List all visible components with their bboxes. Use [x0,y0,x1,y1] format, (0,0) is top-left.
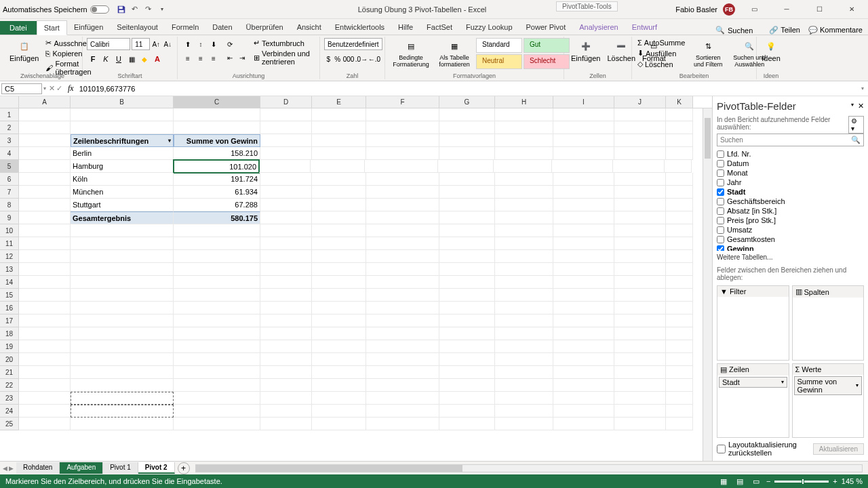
cell-J11[interactable] [614,237,666,250]
field-checkbox[interactable] [717,217,724,224]
font-name-combo[interactable]: Calibri [87,38,130,50]
col-header-E[interactable]: E [312,96,366,108]
cell-G12[interactable] [439,250,495,263]
cell-I2[interactable] [553,121,614,134]
cell-F2[interactable] [366,121,439,134]
row-header-13[interactable]: 13 [0,263,19,276]
expand-formula-bar-icon[interactable]: ▾ [857,85,868,92]
field-checkbox[interactable] [717,150,724,158]
tab-hilfe[interactable]: Hilfe [391,20,420,35]
cell-J22[interactable] [614,379,666,392]
sheet-nav-next-icon[interactable]: ▶ [9,465,14,472]
col-header-I[interactable]: I [553,96,614,108]
cell-J6[interactable] [614,173,666,186]
tab-start[interactable]: Start [37,20,67,35]
field-jahr[interactable]: Jahr [717,178,864,187]
spreadsheet-grid[interactable]: ABCDEFGHIJK 1234567891011121314151617181… [0,96,712,461]
cell-E17[interactable] [312,314,366,327]
dropdown-icon[interactable]: ▾ [781,379,784,385]
col-header-H[interactable]: H [495,96,553,108]
cell-G1[interactable] [439,108,495,121]
field-checkbox[interactable] [717,198,724,205]
cell-J24[interactable] [614,405,666,418]
row-header-14[interactable]: 14 [0,276,19,289]
cell-K23[interactable] [666,392,693,405]
field-gesch-ftsbereich[interactable]: Geschäftsbereich [717,197,864,206]
cell-C18[interactable] [174,327,260,340]
cell-F12[interactable] [366,250,439,263]
cell-J12[interactable] [614,250,666,263]
field-gesamtkosten[interactable]: Gesamtkosten [717,235,864,244]
field-umsatz[interactable]: Umsatz [717,225,864,235]
fx-icon[interactable]: fx [65,83,77,94]
cell-E6[interactable] [312,173,366,186]
row-header-17[interactable]: 17 [0,314,19,327]
zoom-in-icon[interactable]: + [833,477,837,485]
tab-analysieren[interactable]: Analysieren [572,20,625,35]
cell-A12[interactable] [19,250,71,263]
tab-fuzzy lookup[interactable]: Fuzzy Lookup [459,20,519,35]
cell-G22[interactable] [439,379,495,392]
cell-B3[interactable]: Zeilenbeschriftungen▾ [71,134,174,147]
cell-J5[interactable] [613,160,665,173]
cell-A3[interactable] [19,134,71,147]
cell-D20[interactable] [260,353,312,366]
cell-J1[interactable] [614,108,666,121]
defer-layout-checkbox[interactable] [717,445,726,453]
cell-F14[interactable] [366,276,439,289]
cell-D8[interactable] [260,199,312,211]
cell-J20[interactable] [614,353,666,366]
cell-E23[interactable] [312,392,366,405]
row-header-6[interactable]: 6 [0,173,19,186]
cell-D10[interactable] [260,224,312,237]
cell-H11[interactable] [495,237,553,250]
redo-icon[interactable]: ↷ [143,4,154,15]
close-icon[interactable]: ✕ [838,0,865,19]
cell-C19[interactable] [174,340,260,353]
cell-E7[interactable] [312,186,366,199]
tab-formeln[interactable]: Formeln [165,20,205,35]
sheet-tab-pivot-2[interactable]: Pivot 2 [138,462,175,474]
cell-I17[interactable] [553,314,614,327]
cell-F24[interactable] [366,405,439,418]
cell-H16[interactable] [495,302,553,314]
cell-G13[interactable] [439,263,495,276]
cell-F6[interactable] [366,173,439,186]
align-top-icon[interactable]: ⬆ [182,38,194,50]
cell-C25[interactable] [174,418,260,430]
align-bottom-icon[interactable]: ⬇ [208,38,220,50]
orientation-icon[interactable]: ⟳ [224,38,236,50]
cell-J17[interactable] [614,314,666,327]
increase-decimal-icon[interactable]: .0→ [355,53,368,65]
cell-A21[interactable] [19,366,71,379]
cell-B14[interactable] [71,276,174,289]
cell-C16[interactable] [174,302,260,314]
search-label[interactable]: Suchen [728,26,753,35]
cell-D24[interactable] [260,405,312,418]
cell-G25[interactable] [439,418,495,430]
cell-H9[interactable] [495,211,553,224]
name-box[interactable]: C5 [1,83,42,94]
cell-D5[interactable] [259,160,311,173]
pane-options-icon[interactable]: ▾ [851,102,854,110]
cell-J25[interactable] [614,418,666,430]
cell-F3[interactable] [366,134,439,147]
cell-B24[interactable] [71,405,174,418]
normal-view-icon[interactable]: ▦ [717,476,730,486]
cell-K22[interactable] [666,379,693,392]
cell-E18[interactable] [312,327,366,340]
cell-K20[interactable] [666,353,693,366]
row-header-8[interactable]: 8 [0,199,19,211]
cell-B4[interactable]: Berlin [71,147,174,160]
cell-E3[interactable] [312,134,366,147]
cell-H24[interactable] [495,405,553,418]
zoom-level[interactable]: 145 % [842,477,863,485]
cell-K8[interactable] [666,199,693,211]
row-header-2[interactable]: 2 [0,121,19,134]
cell-I11[interactable] [553,237,614,250]
cell-A1[interactable] [19,108,71,121]
cell-K14[interactable] [666,276,693,289]
cell-I18[interactable] [553,327,614,340]
cell-A17[interactable] [19,314,71,327]
file-tab[interactable]: Datei [0,21,37,35]
